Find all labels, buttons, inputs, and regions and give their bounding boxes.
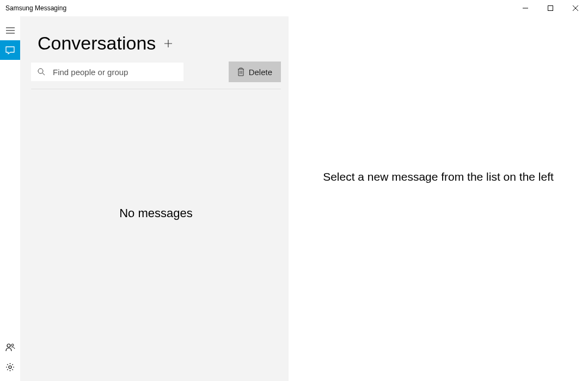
main-area: Conversations Delete No messages Select …: [0, 16, 588, 381]
window-title: Samsung Messaging: [5, 4, 66, 12]
svg-rect-0: [548, 6, 553, 11]
new-conversation-button[interactable]: [161, 36, 175, 51]
sidebar: [0, 16, 20, 381]
window-controls: [513, 0, 588, 16]
search-icon: [38, 68, 45, 76]
svg-point-3: [9, 366, 11, 368]
people-icon: [5, 343, 15, 352]
settings-nav[interactable]: [0, 357, 20, 377]
svg-point-4: [38, 69, 43, 73]
maximize-icon: [548, 5, 553, 11]
hamburger-icon: [6, 27, 15, 34]
search-box[interactable]: [31, 63, 183, 81]
close-button[interactable]: [563, 0, 588, 16]
minimize-button[interactable]: [513, 0, 538, 16]
menu-button[interactable]: [0, 21, 20, 40]
maximize-button[interactable]: [538, 0, 563, 16]
contacts-nav[interactable]: [0, 337, 20, 357]
detail-panel: Select a new message from the list on th…: [289, 16, 588, 381]
empty-state: No messages: [31, 89, 281, 381]
panel-toolbar: Delete: [31, 62, 281, 89]
plus-icon: [164, 39, 173, 48]
delete-button[interactable]: Delete: [229, 62, 281, 82]
minimize-icon: [523, 5, 528, 11]
titlebar: Samsung Messaging: [0, 0, 588, 16]
svg-point-2: [11, 344, 14, 346]
delete-label: Delete: [249, 67, 272, 77]
empty-message: No messages: [119, 206, 193, 220]
close-icon: [573, 5, 578, 11]
gear-icon: [5, 362, 15, 372]
panel-title: Conversations: [38, 33, 156, 54]
trash-icon: [237, 67, 244, 76]
detail-placeholder: Select a new message from the list on th…: [323, 170, 554, 183]
search-input[interactable]: [53, 67, 177, 77]
conversations-panel: Conversations Delete No messages: [20, 16, 289, 381]
panel-header: Conversations: [38, 33, 281, 54]
conversations-nav[interactable]: [0, 40, 20, 60]
chat-icon: [5, 46, 15, 54]
svg-point-1: [7, 344, 10, 347]
